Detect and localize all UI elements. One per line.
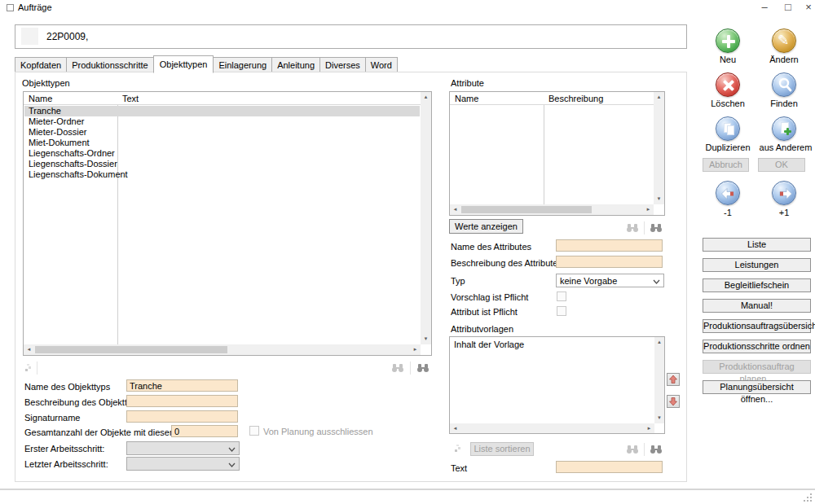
typ-select[interactable]: keine Vorgabe: [556, 274, 664, 287]
column-header-name[interactable]: Name: [29, 94, 52, 103]
tab-kopfdaten[interactable]: Kopfdaten: [15, 57, 67, 73]
attribute-section-label: Attribute: [451, 78, 484, 88]
scrollbar-thumb[interactable]: [461, 206, 592, 213]
scroll-up-icon[interactable]: ▲: [654, 92, 664, 103]
vertical-scrollbar[interactable]: ▲ ▼: [654, 92, 664, 204]
manual-button[interactable]: Manual!: [703, 299, 811, 313]
produktionsauftrag-planen-button[interactable]: Produktionsauftrag planen...: [703, 360, 811, 374]
attribut-ist-pflicht-label: Attribut ist Pflicht: [451, 307, 518, 317]
tab-anleitung[interactable]: Anleitung: [271, 57, 320, 73]
neu-button[interactable]: [716, 28, 740, 53]
list-row[interactable]: Liegenschafts-Ordner: [24, 148, 420, 159]
find-previous-binoculars-icon[interactable]: [391, 363, 404, 373]
scroll-down-icon[interactable]: ▼: [654, 413, 664, 423]
scrollbar-thumb[interactable]: [35, 346, 227, 353]
close-button[interactable]: ×: [799, 0, 815, 15]
scroll-right-icon[interactable]: ►: [410, 344, 421, 355]
attribut-name-input[interactable]: [556, 239, 663, 252]
scroll-left-icon[interactable]: ◄: [24, 344, 34, 355]
tab-word[interactable]: Word: [365, 57, 398, 73]
objekttyp-name-input[interactable]: [126, 379, 238, 392]
finden-label: Finden: [756, 99, 813, 108]
aendern-button[interactable]: ✎: [772, 28, 796, 53]
scroll-down-icon[interactable]: ▼: [421, 334, 431, 344]
move-up-button[interactable]: [667, 373, 680, 386]
list-row[interactable]: Mieter-Ordner: [24, 116, 420, 127]
maximize-button[interactable]: □: [778, 0, 798, 15]
liste-button[interactable]: Liste: [703, 238, 811, 252]
liste-sortieren-button[interactable]: Liste sortieren: [470, 442, 534, 456]
duplizieren-button[interactable]: [716, 116, 740, 141]
scroll-left-icon[interactable]: ◄: [450, 423, 460, 433]
order-number-value: 22P0009,: [46, 31, 88, 42]
chevron-down-icon: [228, 462, 236, 467]
vertical-scrollbar[interactable]: ▲ ▼: [421, 92, 431, 344]
ok-button[interactable]: OK: [758, 158, 805, 172]
horizontal-scrollbar[interactable]: ◄ ►: [450, 204, 654, 215]
column-header-beschreibung[interactable]: Beschreibung: [548, 94, 603, 103]
vorschlag-ist-pflicht-label: Vorschlag ist Pflicht: [451, 292, 528, 302]
tab-produktionsschritte[interactable]: Produktionsschritte: [66, 57, 154, 73]
order-number-field[interactable]: [15, 24, 687, 49]
scroll-up-icon[interactable]: ▲: [654, 337, 664, 348]
leistungen-button[interactable]: Leistungen: [703, 258, 811, 272]
previous-record-button[interactable]: [716, 181, 740, 205]
scroll-right-icon[interactable]: ►: [644, 423, 654, 433]
arrow-right-icon: [773, 182, 797, 206]
list-tool-icon[interactable]: [24, 364, 33, 372]
find-binoculars-icon[interactable]: [650, 445, 663, 454]
planungsuebersicht-oeffnen-button[interactable]: Planungsübersicht öffnen...: [703, 380, 811, 394]
produktionsschritte-ordnen-button[interactable]: Produktionsschritte ordnen: [703, 340, 811, 353]
orders-window: Aufträge – □ × 22P0009, KopfdatenProdukt…: [0, 0, 815, 504]
list-row[interactable]: Tranche: [24, 106, 420, 116]
move-down-button[interactable]: [667, 395, 680, 408]
column-header-text[interactable]: Text: [122, 94, 139, 103]
attribute-list[interactable]: Name Beschreibung ▲ ▼ ◄ ►: [449, 91, 665, 216]
begleitliefschein-button[interactable]: Begleitliefschein: [703, 278, 811, 292]
resize-grip[interactable]: [804, 493, 813, 502]
gesamtanzahl-input[interactable]: [171, 425, 238, 437]
scroll-up-icon[interactable]: ▲: [421, 92, 431, 103]
list-row[interactable]: Mieter-Dossier: [24, 127, 420, 138]
objekttypen-list[interactable]: Name Text Tranche Mieter-Ordner Mieter-D…: [23, 91, 432, 356]
letzter-arbeitsschritt-select[interactable]: [126, 457, 240, 471]
scroll-left-icon[interactable]: ◄: [450, 204, 460, 215]
loeschen-button[interactable]: [716, 72, 740, 97]
horizontal-scrollbar[interactable]: ◄ ►: [450, 423, 654, 433]
objekttyp-description-input[interactable]: [126, 395, 238, 407]
vertical-scrollbar[interactable]: ▲ ▼: [654, 337, 664, 423]
find-binoculars-icon[interactable]: [650, 223, 663, 233]
find-binoculars-icon[interactable]: [416, 363, 430, 373]
aus-anderem-button[interactable]: [772, 116, 796, 141]
tab-diverses[interactable]: Diverses: [319, 57, 366, 73]
horizontal-scrollbar[interactable]: ◄ ►: [24, 344, 421, 355]
list-tool-icon[interactable]: [454, 445, 462, 453]
aus-anderem-label: aus Anderem: [757, 142, 814, 152]
erster-arbeitsschritt-select[interactable]: [126, 441, 240, 455]
column-header-name[interactable]: Name: [455, 94, 478, 103]
app-icon: [7, 4, 14, 11]
abbruch-button[interactable]: Abbruch: [703, 158, 749, 172]
text-input[interactable]: [556, 461, 663, 473]
tab-objekttypen[interactable]: Objekttypen: [153, 55, 214, 73]
von-planung-ausschliessen-checkbox[interactable]: [249, 426, 259, 436]
werte-anzeigen-button[interactable]: Werte anzeigen: [449, 219, 523, 234]
minimize-button[interactable]: –: [755, 0, 774, 15]
attributvorlagen-list[interactable]: Inhalt der Vorlage ▲ ▼ ◄ ►: [449, 336, 665, 434]
next-record-button[interactable]: [772, 181, 796, 205]
scroll-down-icon[interactable]: ▼: [654, 194, 664, 204]
attribut-ist-pflicht-checkbox[interactable]: [557, 306, 566, 316]
vorschlag-ist-pflicht-checkbox[interactable]: [557, 291, 566, 301]
list-row[interactable]: Miet-Dokument: [24, 138, 420, 148]
list-row[interactable]: Liegenschafts-Dokument: [24, 169, 420, 180]
plus-one-label: +1: [756, 208, 813, 217]
signaturname-input[interactable]: [126, 410, 238, 423]
finden-button[interactable]: [772, 72, 796, 97]
tab-einlagerung[interactable]: Einlagerung: [213, 57, 272, 73]
produktionsauftragsuebersicht-button[interactable]: Produktionsauftragsübersicht: [703, 319, 811, 333]
scroll-right-icon[interactable]: ►: [643, 204, 654, 215]
find-previous-binoculars-icon[interactable]: [626, 445, 639, 454]
attribut-description-input[interactable]: [556, 256, 663, 268]
find-previous-binoculars-icon[interactable]: [626, 223, 639, 233]
list-row[interactable]: Liegenschafts-Dossier: [24, 159, 420, 169]
